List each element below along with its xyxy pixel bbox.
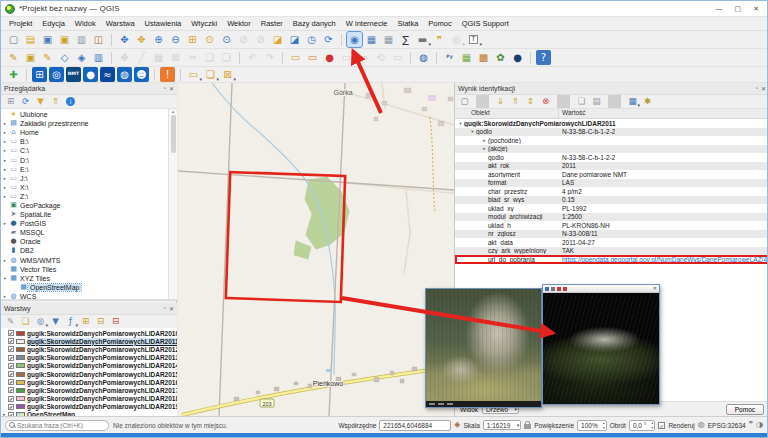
- new-bookmark-icon[interactable]: ◪: [270, 32, 285, 47]
- layer-labeling-icon[interactable]: ▭: [288, 50, 303, 65]
- browser-item-wms[interactable]: ▸ ◍ WMS/WMTS: [1, 256, 168, 265]
- identify-settings-icon[interactable]: ✱: [641, 95, 654, 108]
- identify-expand-new-icon[interactable]: ⇕: [524, 95, 537, 108]
- menu-item[interactable]: Wektor: [222, 19, 256, 28]
- measure-icon[interactable]: ▬ ▾: [415, 32, 430, 47]
- browser-item-xyz-tiles[interactable]: ▾ ▦ XYZ Tiles: [1, 274, 168, 283]
- map-themes-icon[interactable]: ◎ ▾: [34, 315, 47, 328]
- zoom-full-icon[interactable]: ⊞: [185, 32, 200, 47]
- browser-item-vector-tiles[interactable]: ▦ Vector Tiles: [1, 265, 168, 274]
- magnifier-value[interactable]: 100%: [577, 420, 607, 431]
- render-checkbox[interactable]: ✓: [658, 422, 665, 429]
- metasearch-icon[interactable]: ◍: [416, 50, 431, 65]
- map-tips-icon[interactable]: ❞: [432, 32, 447, 47]
- plugin-tiles-icon[interactable]: ⊞: [32, 67, 47, 82]
- browser-scrollbar[interactable]: ▲: [168, 109, 177, 299]
- notifications-icon[interactable]: !: [160, 67, 175, 82]
- layer-visibility-checkbox[interactable]: ✓: [8, 371, 14, 377]
- cut-features-icon[interactable]: ✂: [185, 50, 200, 65]
- layout-manager-icon[interactable]: ◫: [91, 32, 106, 47]
- identify-mode-icon[interactable]: ▦ ▾: [626, 95, 639, 108]
- browser-filter-icon[interactable]: ▼: [34, 95, 47, 108]
- save-project-as-icon[interactable]: ▣: [57, 32, 72, 47]
- zoom-out-icon[interactable]: ⊖: [168, 32, 183, 47]
- scale-select[interactable]: 1:16219: [483, 420, 522, 430]
- add-group-icon[interactable]: ❏: [19, 315, 32, 328]
- menu-item[interactable]: W internecie: [341, 19, 393, 28]
- menu-item[interactable]: Pomoc: [423, 19, 456, 28]
- expand-all-icon[interactable]: ⊞: [79, 315, 92, 328]
- sep[interactable]: [111, 34, 112, 46]
- browser-item-openstreetmap[interactable]: ▦ OpenStreetMap: [1, 283, 168, 292]
- sep[interactable]: [341, 34, 342, 46]
- layer-visibility-checkbox[interactable]: ✓: [8, 346, 14, 352]
- toggle-editing-icon[interactable]: ✎: [40, 50, 55, 65]
- add-feature-icon[interactable]: ◇: [57, 50, 72, 65]
- attribute-table-icon[interactable]: ▦: [364, 32, 379, 47]
- browser-item-oracle[interactable]: ● Oracle: [1, 237, 168, 246]
- identify-row[interactable]: czy_ark_wypelniony TAK: [455, 247, 768, 256]
- browser-properties-icon[interactable]: i: [64, 95, 77, 108]
- log-icon[interactable]: ◑: [756, 421, 763, 429]
- globe-plugin-icon[interactable]: ●: [510, 50, 525, 65]
- window-tool-icon[interactable]: [563, 287, 567, 291]
- change-label-icon[interactable]: ▭: [390, 50, 405, 65]
- messages-icon[interactable]: ❞: [749, 421, 753, 429]
- plugin-target-icon[interactable]: ◎: [49, 67, 64, 82]
- plugin-nmpt-icon[interactable]: ≈: [100, 67, 115, 82]
- sep[interactable]: [282, 52, 283, 64]
- minimize-button[interactable]: —: [716, 5, 723, 13]
- map-canvas[interactable]: 203 Górka Pieńkowo: [178, 83, 454, 416]
- delete-selected-icon[interactable]: ⊠: [168, 50, 183, 65]
- identify-row[interactable]: uklad_xy PL-1992: [455, 204, 768, 213]
- copy-features-icon[interactable]: ❏: [202, 50, 217, 65]
- layer-item-lidar2013[interactable]: ✓ gugik:SkorowidzDanychPomiarowychLIDAR2…: [1, 354, 177, 362]
- save-project-icon[interactable]: ▣: [40, 32, 55, 47]
- browser-collapse-icon[interactable]: ⇑: [49, 95, 62, 108]
- plugin-map-2-icon[interactable]: ▩: [476, 50, 491, 65]
- select-features-icon[interactable]: ▭ ▾: [186, 67, 201, 82]
- menu-item[interactable]: Bazy danych: [288, 19, 341, 28]
- multiedit-icon[interactable]: ▥: [91, 50, 106, 65]
- menu-item[interactable]: Siatka: [392, 19, 423, 28]
- layer-visibility-checkbox[interactable]: ✓: [8, 404, 14, 410]
- browser-item-bookmarks[interactable]: ▸ ▤ Zakładki przestrzenne: [1, 119, 168, 128]
- vertex-tool-icon[interactable]: ◈: [74, 50, 89, 65]
- identify-row[interactable]: nr_zglosz N-33-008/11: [455, 230, 768, 239]
- browser-item-drive-b[interactable]: ▸ ▭ B:\: [1, 137, 168, 146]
- identify-row[interactable]: ▸ (akcje): [455, 145, 768, 154]
- move-label-icon[interactable]: ▭: [356, 50, 371, 65]
- extent-toggle-icon[interactable]: ◈: [454, 421, 460, 429]
- pan-to-selection-icon[interactable]: ✥: [134, 32, 149, 47]
- pointcloud-3d-window[interactable]: ✕: [542, 284, 660, 405]
- layer-item-lidar2011[interactable]: ✓ gugik:SkorowidzDanychPomiarowychLIDAR2…: [1, 337, 177, 345]
- layer-visibility-checkbox[interactable]: ✓: [8, 355, 14, 361]
- layer-item-lidar2019[interactable]: ✓ gugik:SkorowidzDanychPomiarowychLIDAR2…: [1, 403, 177, 411]
- close-button[interactable]: ✕: [753, 5, 759, 13]
- grass-tools-icon[interactable]: ✿: [493, 50, 508, 65]
- identify-features-icon[interactable]: ◉: [347, 32, 362, 47]
- zoom-in-icon[interactable]: ⊕: [151, 32, 166, 47]
- identify-row[interactable]: ▸ (pochodne): [455, 136, 768, 145]
- identify-row[interactable]: blad_sr_wys 0.15: [455, 196, 768, 205]
- redo-icon[interactable]: ↷: [262, 50, 277, 65]
- current-edits-icon[interactable]: ✎: [6, 50, 21, 65]
- menu-item[interactable]: Wtyczki: [186, 19, 222, 28]
- refresh-map-icon[interactable]: ⟳: [321, 32, 336, 47]
- zoom-native-icon[interactable]: ◎ ▾: [449, 32, 464, 47]
- locator-search[interactable]: [5, 420, 109, 431]
- browser-item-drive-c[interactable]: ▸ ▭ C:\: [1, 146, 168, 155]
- panel-close-icon[interactable]: ✕: [761, 85, 766, 92]
- rotate-label-icon[interactable]: ⟲: [373, 50, 388, 65]
- open-project-icon[interactable]: ▤: [23, 32, 38, 47]
- plugin-user-icon[interactable]: ☻: [134, 67, 149, 82]
- sep[interactable]: [239, 52, 240, 64]
- layer-visibility-checkbox[interactable]: ✓: [8, 412, 14, 416]
- layer-visibility-checkbox[interactable]: ✓: [8, 396, 14, 402]
- browser-item-db2[interactable]: ▮ DB2: [1, 246, 168, 255]
- menu-item[interactable]: Edycja: [37, 19, 70, 28]
- maximize-button[interactable]: ▢: [735, 5, 742, 13]
- layer-item-openstreetmap[interactable]: ▸ ✓ OpenStreetMap: [1, 411, 177, 416]
- identify-copy-feature-icon[interactable]: ❏: [575, 95, 588, 108]
- pointcloud-3d-view[interactable]: [543, 293, 659, 404]
